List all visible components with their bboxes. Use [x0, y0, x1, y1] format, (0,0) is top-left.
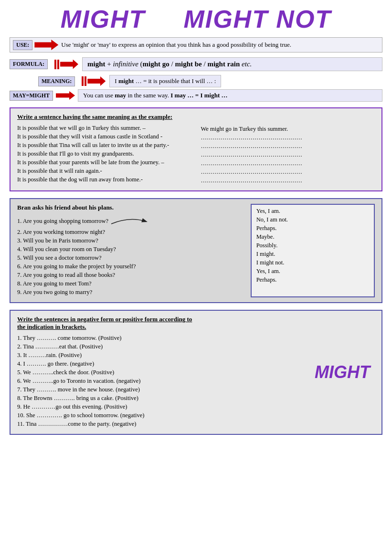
exercise2-a2: No, I am not.	[256, 216, 369, 223]
exercise1-ans4: ……………………………………………	[201, 160, 375, 167]
exercise2-q9: 9. Are you two going to marry?	[17, 289, 243, 296]
formula-label: FORMULA:	[10, 59, 48, 69]
use-section: USE: Use 'might' or 'may' to express an …	[10, 37, 382, 53]
formula-section: FORMULA: might + infinitive (might go / …	[10, 57, 382, 71]
exercise3-item2: 2. Tina …………eat that. (Positive)	[17, 343, 305, 350]
exercise2-title: Bran asks his friend about his plans.	[17, 204, 243, 211]
exercise2-q3: 3. Will you be in Paris tomorrow?	[17, 237, 243, 244]
meaning-arrow-icon	[82, 76, 106, 86]
may-text: You can use may in the same way. I may ……	[78, 89, 382, 102]
exercise2-a8: Yes, I am.	[256, 268, 369, 275]
may-label: MAY=MIGHT	[10, 91, 53, 101]
exercise1-title: Write a sentence having the same meaning…	[17, 113, 375, 121]
formula-arrow-icon	[54, 60, 78, 69]
exercise2-a1: Yes, I am.	[256, 208, 369, 215]
exercise1-sent5: It is possible that it will rain again.-	[17, 168, 191, 175]
exercise3-box: Write the sentences in negative form or …	[10, 310, 382, 435]
exercise2-q8: 8. Are you going to meet Tom?	[17, 280, 243, 287]
exercise3-right: MIGHT	[315, 316, 375, 429]
exercise2-a7: I might not.	[256, 259, 369, 266]
exercise1-ans1: ……………………………………………	[201, 134, 375, 141]
exercise3-item9: 9. He …………go out this evening. (Positive…	[17, 403, 305, 411]
exercise2-a6: I might.	[256, 251, 369, 258]
exercise2-questions: 1. Are you going shopping tomorrow? 2. A…	[17, 215, 243, 296]
exercise3-item1: 1. They ………. come tomorrow. (Positive)	[17, 335, 305, 342]
meaning-label: MEANING:	[38, 76, 75, 86]
exercise2-q1: 1. Are you going shopping tomorrow?	[17, 215, 243, 227]
meaning-text: I might … = it is possible that I will ……	[109, 75, 221, 87]
may-arrow-icon	[56, 91, 75, 100]
exercise1-content: It is possible that we will go in Turkey…	[17, 125, 375, 186]
exercise1-ans3: ……………………………………………	[201, 151, 375, 158]
exercise2-left: Bran asks his friend about his plans. 1.…	[17, 204, 243, 297]
exercise1-ans5: ……………………………………………	[201, 168, 375, 176]
exercise1-ans6: ……………………………………………	[201, 177, 375, 184]
exercise2-q5: 5. Will you see a doctor tomorrow?	[17, 254, 243, 262]
title-word2: MIGHT NOT	[183, 5, 331, 33]
exercise1-left: It is possible that we will go in Turkey…	[17, 125, 191, 186]
exercise2-a4: Maybe.	[256, 233, 369, 241]
exercise3-side-label: MIGHT	[315, 362, 370, 382]
exercise3-item11: 11. Tina ……………come to the party. (negati…	[17, 421, 305, 428]
exercise2-box: Bran asks his friend about his plans. 1.…	[10, 198, 382, 303]
exercise1-box: Write a sentence having the same meaning…	[10, 107, 382, 191]
exercise1-sent1: It is possible that they will visit a fa…	[17, 133, 191, 140]
exercise2-q4: 4. Will you clean your room on Tuesday?	[17, 246, 243, 253]
exercise1-sent3: It is possible that I'll go to visit my …	[17, 150, 191, 158]
exercise3-item7: 7. They ………. move in the new house. (neg…	[17, 386, 305, 393]
exercise2-q2: 2. Are you working tomorrow night?	[17, 229, 243, 236]
exercise2-q7: 7. Are you going to read all those books…	[17, 272, 243, 279]
exercise1-sent4: It is possible that your parents will be…	[17, 159, 191, 166]
exercise3-item6: 6. We ………..go to Toronto in vacation. (n…	[17, 378, 305, 385]
exercise3-left: Write the sentences in negative form or …	[17, 316, 305, 429]
exercise3-title: Write the sentences in negative form or …	[17, 316, 305, 331]
exercise1-ans2: ……………………………………………	[201, 143, 375, 150]
exercise1-sent6: It is possible that the dog will run awa…	[17, 176, 191, 183]
exercise3-item3: 3. It ………rain. (Positive)	[17, 352, 305, 359]
exercise1-right: We might go in Turkey this summer. ………………	[201, 125, 375, 186]
use-label: USE:	[13, 40, 32, 50]
exercise2-a9: Perhaps.	[256, 276, 369, 284]
may-section: MAY=MIGHT You can use may in the same wa…	[10, 89, 382, 102]
use-arrow-icon	[34, 40, 58, 50]
exercise1-sent2: It is possible that Tina will call us la…	[17, 142, 191, 149]
meaning-section: MEANING: I might … = it is possible that…	[38, 75, 382, 87]
exercise2-q6: 6. Are you going to make the project by …	[17, 263, 243, 270]
formula-text: might + infinitive (might go / might be …	[82, 57, 382, 71]
exercise2-a3: Perhaps.	[256, 225, 369, 232]
exercise2-a5: Possibly.	[256, 242, 369, 249]
exercise3-item10: 10. She …………. go to school tomorrow. (ne…	[17, 412, 305, 419]
exercise3-item8: 8. The Browns ……….. bring us a cake. (Po…	[17, 395, 305, 402]
title-section: MIGHT MIGHT NOT	[10, 5, 382, 33]
exercise3-item5: 5. We ………..check the door. (Positive)	[17, 369, 305, 376]
exercise3-item4: 4. I ………. go there. (negative)	[17, 360, 305, 368]
use-text: Use 'might' or 'may' to express an opini…	[61, 41, 291, 49]
exercise1-example-left: It is possible that we will go in Turkey…	[17, 125, 191, 132]
title-word1: MIGHT	[61, 5, 146, 33]
exercise2-answers: Yes, I am. No, I am not. Perhaps. Maybe.…	[251, 204, 375, 297]
exercise1-example-right: We might go in Turkey this summer.	[201, 126, 375, 133]
curved-arrow-icon	[110, 215, 148, 227]
